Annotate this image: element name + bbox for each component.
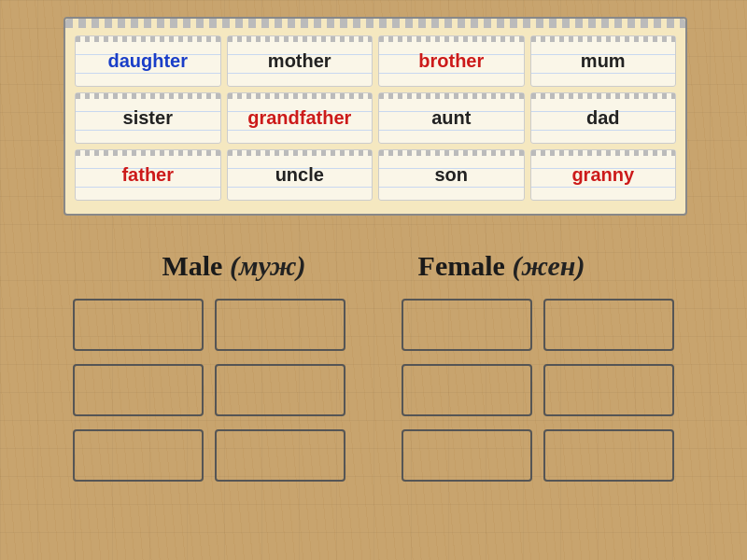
word-card-aunt[interactable]: aunt: [378, 92, 525, 144]
word-card-mum[interactable]: mum: [530, 35, 677, 87]
female-drop-2[interactable]: [543, 299, 674, 351]
word-card-uncle[interactable]: uncle: [227, 149, 374, 201]
female-drop-zone-group: [402, 299, 674, 482]
word-card-grandfather[interactable]: grandfather: [227, 92, 374, 144]
word-card-dad[interactable]: dad: [530, 92, 677, 144]
female-label-text: Female: [418, 250, 505, 281]
word-card-daughter[interactable]: daughter: [75, 35, 221, 87]
female-drop-4[interactable]: [543, 364, 674, 416]
female-drop-5[interactable]: [402, 429, 532, 482]
male-drop-2[interactable]: [215, 299, 345, 351]
male-drop-zone-group: [73, 299, 345, 482]
sorting-area: Male (муж) Female (жен): [0, 250, 747, 482]
word-grid: daughtermotherbrothermumsistergrandfathe…: [75, 35, 676, 201]
male-drop-3[interactable]: [73, 364, 204, 416]
male-label-cyrillic: (муж): [230, 250, 306, 281]
male-category-label: Male (муж): [162, 250, 305, 282]
male-label-text: Male: [162, 250, 222, 281]
female-drop-1[interactable]: [402, 299, 532, 351]
word-card-son[interactable]: son: [378, 149, 525, 201]
female-drop-6[interactable]: [543, 429, 674, 482]
female-label-cyrillic: (жен): [512, 250, 585, 281]
female-category-label: Female (жен): [418, 250, 585, 282]
male-drop-6[interactable]: [215, 429, 345, 482]
word-card-father[interactable]: father: [75, 149, 221, 201]
word-card-granny[interactable]: granny: [530, 149, 677, 201]
female-drop-3[interactable]: [402, 364, 532, 416]
male-drop-4[interactable]: [215, 364, 345, 416]
word-card-sister[interactable]: sister: [75, 92, 221, 144]
male-drop-1[interactable]: [73, 299, 204, 351]
male-drop-5[interactable]: [73, 429, 204, 482]
categories-row: Male (муж) Female (жен): [0, 250, 747, 282]
word-bank: daughtermotherbrothermumsistergrandfathe…: [63, 17, 687, 216]
drop-zones-wrapper: [0, 299, 747, 482]
word-card-brother[interactable]: brother: [378, 35, 525, 87]
word-card-mother[interactable]: mother: [227, 35, 374, 87]
